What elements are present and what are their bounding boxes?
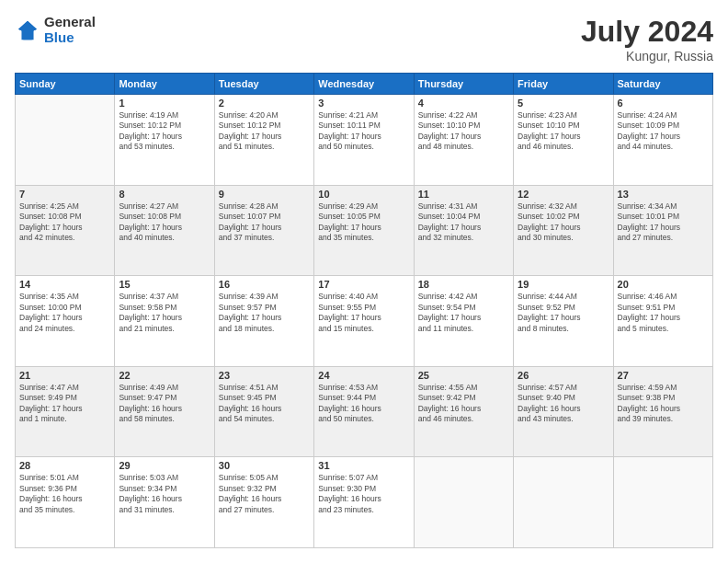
calendar-cell: 4Sunrise: 4:22 AMSunset: 10:10 PMDayligh… [414,95,513,186]
week-row-2: 7Sunrise: 4:25 AMSunset: 10:08 PMDayligh… [16,185,713,276]
day-info: Sunrise: 4:19 AMSunset: 10:12 PMDaylight… [119,110,210,153]
calendar-cell: 10Sunrise: 4:29 AMSunset: 10:05 PMDaylig… [314,185,414,276]
calendar-cell: 21Sunrise: 4:47 AMSunset: 9:49 PMDayligh… [16,366,115,457]
calendar-cell: 12Sunrise: 4:32 AMSunset: 10:02 PMDaylig… [514,185,613,276]
day-info: Sunrise: 4:42 AMSunset: 9:54 PMDaylight:… [418,292,509,334]
day-number: 22 [119,370,210,381]
day-number: 7 [19,189,110,200]
calendar-cell: 28Sunrise: 5:01 AMSunset: 9:36 PMDayligh… [16,457,115,548]
calendar-cell: 5Sunrise: 4:23 AMSunset: 10:10 PMDayligh… [514,95,613,186]
header-friday: Friday [514,74,613,95]
logo-text: General Blue [44,15,96,45]
day-number: 28 [19,460,110,471]
calendar-cell: 6Sunrise: 4:24 AMSunset: 10:09 PMDayligh… [613,95,712,186]
calendar-cell: 15Sunrise: 4:37 AMSunset: 9:58 PMDayligh… [115,276,214,367]
day-number: 26 [518,370,609,381]
week-row-3: 14Sunrise: 4:35 AMSunset: 10:00 PMDaylig… [16,276,713,367]
day-number: 23 [219,370,310,381]
day-info: Sunrise: 5:03 AMSunset: 9:34 PMDaylight:… [119,473,210,515]
header-wednesday: Wednesday [314,74,414,95]
day-info: Sunrise: 4:37 AMSunset: 9:58 PMDaylight:… [119,292,210,334]
day-number: 30 [219,460,310,471]
day-number: 16 [219,279,310,290]
day-number: 14 [19,279,110,290]
header-tuesday: Tuesday [214,74,313,95]
day-number: 19 [518,279,609,290]
day-info: Sunrise: 4:28 AMSunset: 10:07 PMDaylight… [219,201,310,244]
day-number: 11 [418,189,509,200]
title-block: July 2024 Kungur, Russia [581,15,713,63]
day-info: Sunrise: 4:47 AMSunset: 9:49 PMDaylight:… [19,383,110,425]
day-number: 10 [318,189,409,200]
day-info: Sunrise: 4:21 AMSunset: 10:11 PMDaylight… [318,110,409,153]
day-info: Sunrise: 4:40 AMSunset: 9:55 PMDaylight:… [318,292,409,334]
day-info: Sunrise: 4:57 AMSunset: 9:40 PMDaylight:… [518,383,609,425]
day-info: Sunrise: 5:01 AMSunset: 9:36 PMDaylight:… [19,473,110,515]
header-saturday: Saturday [613,74,712,95]
day-info: Sunrise: 4:44 AMSunset: 9:52 PMDaylight:… [518,292,609,334]
calendar-cell: 17Sunrise: 4:40 AMSunset: 9:55 PMDayligh… [314,276,414,367]
day-number: 6 [618,98,709,109]
day-info: Sunrise: 4:46 AMSunset: 9:51 PMDaylight:… [618,292,709,334]
calendar-cell: 7Sunrise: 4:25 AMSunset: 10:08 PMDayligh… [16,185,115,276]
week-row-1: 1Sunrise: 4:19 AMSunset: 10:12 PMDayligh… [16,95,713,186]
calendar-cell: 8Sunrise: 4:27 AMSunset: 10:08 PMDayligh… [115,185,214,276]
calendar-cell [613,457,712,548]
day-number: 25 [418,370,509,381]
day-number: 1 [119,98,210,109]
day-info: Sunrise: 4:34 AMSunset: 10:01 PMDaylight… [618,201,709,244]
day-number: 5 [518,98,609,109]
day-number: 13 [618,189,709,200]
day-info: Sunrise: 5:07 AMSunset: 9:30 PMDaylight:… [318,473,409,515]
day-info: Sunrise: 4:23 AMSunset: 10:10 PMDaylight… [518,110,609,153]
logo-general: General [44,15,96,30]
day-info: Sunrise: 4:53 AMSunset: 9:44 PMDaylight:… [318,383,409,425]
calendar-cell: 31Sunrise: 5:07 AMSunset: 9:30 PMDayligh… [314,457,414,548]
calendar-cell: 30Sunrise: 5:05 AMSunset: 9:32 PMDayligh… [214,457,313,548]
day-info: Sunrise: 4:32 AMSunset: 10:02 PMDaylight… [518,201,609,244]
day-number: 8 [119,189,210,200]
header-sunday: Sunday [16,74,115,95]
page: General Blue July 2024 Kungur, Russia Su… [0,0,728,563]
calendar-cell: 11Sunrise: 4:31 AMSunset: 10:04 PMDaylig… [414,185,513,276]
day-info: Sunrise: 4:59 AMSunset: 9:38 PMDaylight:… [618,383,709,425]
day-number: 12 [518,189,609,200]
day-info: Sunrise: 4:22 AMSunset: 10:10 PMDaylight… [418,110,509,153]
weekday-header-row: Sunday Monday Tuesday Wednesday Thursday… [16,74,713,95]
calendar-cell: 24Sunrise: 4:53 AMSunset: 9:44 PMDayligh… [314,366,414,457]
day-info: Sunrise: 4:29 AMSunset: 10:05 PMDaylight… [318,201,409,244]
month-year: July 2024 [581,15,713,49]
logo-blue: Blue [44,30,96,46]
day-info: Sunrise: 4:39 AMSunset: 9:57 PMDaylight:… [219,292,310,334]
day-info: Sunrise: 4:25 AMSunset: 10:08 PMDaylight… [19,201,110,244]
day-number: 3 [318,98,409,109]
calendar-cell: 25Sunrise: 4:55 AMSunset: 9:42 PMDayligh… [414,366,513,457]
day-info: Sunrise: 4:55 AMSunset: 9:42 PMDaylight:… [418,383,509,425]
calendar-cell: 16Sunrise: 4:39 AMSunset: 9:57 PMDayligh… [214,276,313,367]
day-number: 27 [618,370,709,381]
week-row-4: 21Sunrise: 4:47 AMSunset: 9:49 PMDayligh… [16,366,713,457]
day-number: 2 [219,98,310,109]
day-number: 20 [618,279,709,290]
calendar: Sunday Monday Tuesday Wednesday Thursday… [15,73,713,548]
day-number: 31 [318,460,409,471]
day-info: Sunrise: 4:20 AMSunset: 10:12 PMDaylight… [219,110,310,153]
day-number: 15 [119,279,210,290]
day-info: Sunrise: 4:24 AMSunset: 10:09 PMDaylight… [618,110,709,153]
calendar-cell: 18Sunrise: 4:42 AMSunset: 9:54 PMDayligh… [414,276,513,367]
calendar-cell: 27Sunrise: 4:59 AMSunset: 9:38 PMDayligh… [613,366,712,457]
header: General Blue July 2024 Kungur, Russia [15,15,713,63]
day-number: 18 [418,279,509,290]
day-number: 17 [318,279,409,290]
location: Kungur, Russia [581,49,713,63]
day-info: Sunrise: 4:51 AMSunset: 9:45 PMDaylight:… [219,383,310,425]
header-monday: Monday [115,74,214,95]
calendar-cell: 20Sunrise: 4:46 AMSunset: 9:51 PMDayligh… [613,276,712,367]
calendar-cell [16,95,115,186]
calendar-cell: 1Sunrise: 4:19 AMSunset: 10:12 PMDayligh… [115,95,214,186]
calendar-cell: 14Sunrise: 4:35 AMSunset: 10:00 PMDaylig… [16,276,115,367]
day-info: Sunrise: 4:49 AMSunset: 9:47 PMDaylight:… [119,383,210,425]
day-number: 24 [318,370,409,381]
day-info: Sunrise: 4:31 AMSunset: 10:04 PMDaylight… [418,201,509,244]
day-info: Sunrise: 4:35 AMSunset: 10:00 PMDaylight… [19,292,110,334]
